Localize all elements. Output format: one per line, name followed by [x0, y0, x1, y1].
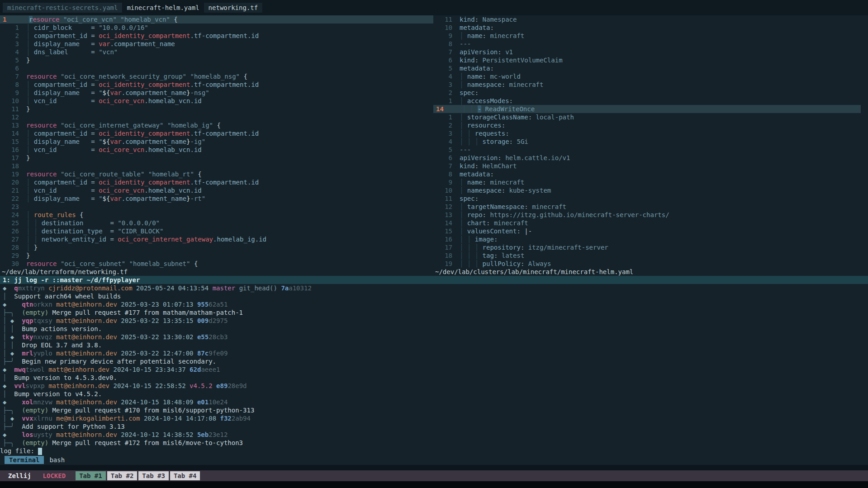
- text-segment: oci_core_vcn: [99, 187, 144, 194]
- code-line[interactable]: 1│ storageClassName: local-path: [433, 113, 861, 121]
- code-line[interactable]: 17}: [0, 154, 433, 162]
- code-line[interactable]: 8│ compartment_id = oci_identity_compart…: [0, 81, 433, 89]
- code-line[interactable]: 4│ │ │ storage: 5Gi: [433, 137, 861, 146]
- code-line[interactable]: 9│ name: minecraft: [433, 178, 861, 186]
- log-file-prompt[interactable]: log file:: [0, 447, 868, 455]
- code-line[interactable]: 23: [0, 203, 433, 211]
- code-line[interactable]: 15│ display_name = "${var.compartment_na…: [0, 137, 433, 146]
- text-segment: [14, 407, 22, 414]
- editor-pane-networking-tf[interactable]: 1resource "oci_core_vcn" "homelab_vcn" {…: [0, 15, 433, 276]
- buffer-tab-minecraft-helm.yaml[interactable]: minecraft-helm.yaml: [122, 3, 204, 13]
- code-line[interactable]: 18│ │ │ tag: latest: [433, 251, 861, 260]
- code-line[interactable]: 2│ compartment_id = oci_identity_compart…: [0, 32, 433, 40]
- code-line[interactable]: 7kind: HelmChart: [433, 162, 861, 170]
- code-line[interactable]: 11spec:: [433, 194, 861, 203]
- code-line[interactable]: 5}: [0, 56, 433, 64]
- code-line[interactable]: 18: [0, 162, 433, 170]
- code-line[interactable]: 9│ display_name = "${var.compartment_nam…: [0, 89, 433, 97]
- code-line[interactable]: 12│ targetNamespace: minecraft: [433, 203, 861, 211]
- code-line[interactable]: 7apiVersion: v1: [433, 48, 861, 56]
- code-line[interactable]: 8metadata:: [433, 170, 861, 178]
- indent-guide-icon: │: [460, 122, 467, 129]
- code-line[interactable]: 2spec:: [433, 89, 861, 97]
- code-line[interactable]: 6apiVersion: helm.cattle.io/v1: [433, 154, 861, 162]
- indent-guide-icon: │: [460, 187, 467, 194]
- code-line[interactable]: 25│ │ destination = "0.0.0.0/0": [0, 219, 433, 227]
- code-line[interactable]: 3│ │ requests:: [433, 129, 861, 137]
- code-line[interactable]: 10│ namespace: kube-system: [433, 186, 861, 194]
- code-line[interactable]: 2│ resources:: [433, 121, 861, 129]
- line-number: 10: [433, 24, 452, 32]
- code-line[interactable]: 4│ name: mc-world: [433, 72, 861, 81]
- code-line[interactable]: 19│ │ │ pullPolicy: Always: [433, 260, 861, 268]
- code-line[interactable]: 11}: [0, 105, 433, 113]
- zellij-tab-tab-4[interactable]: Tab #4: [170, 471, 200, 480]
- code-line[interactable]: 30resource "oci_core_subnet" "homelab_su…: [0, 260, 433, 268]
- text-segment: "0.0.0.0/0": [118, 219, 160, 227]
- code-line[interactable]: 16│ │ image:: [433, 235, 861, 243]
- code-line[interactable]: 9│ name: minecraft: [433, 32, 861, 40]
- indent-guide-icon: │: [470, 105, 478, 113]
- code-line[interactable]: 19resource "oci_core_route_table" "homel…: [0, 170, 433, 178]
- code-line[interactable]: 14│ │ - ReadWriteOnce: [433, 105, 861, 113]
- text-segment: =: [110, 236, 118, 243]
- zellij-tab-tab-3[interactable]: Tab #3: [138, 471, 169, 480]
- editor-pane-minecraft-helm-yaml[interactable]: 11kind: Namespace10metadata:9│ name: min…: [433, 15, 868, 276]
- code-line[interactable]: 1resource "oci_core_vcn" "homelab_vcn" {: [0, 15, 433, 24]
- code-line[interactable]: 3│ namespace: minecraft: [433, 81, 861, 89]
- line-text: │ │ requests:: [460, 129, 509, 137]
- text-segment: [57, 187, 91, 194]
- code-line[interactable]: 8---: [433, 40, 861, 48]
- line-number: 21: [0, 186, 19, 194]
- terminal-pane[interactable]: 1: jj log -r ::master ~/d/ffpyplayer ◆ q…: [0, 276, 868, 455]
- code-line[interactable]: 27│ │ network_entity_id = oci_core_inter…: [0, 235, 433, 243]
- zellij-tab-tab-1[interactable]: Tab #1: [76, 471, 106, 480]
- indent-guide-icon: │: [26, 146, 34, 153]
- line-number: 4: [433, 72, 452, 81]
- code-line[interactable]: 13resource "oci_core_internet_gateway" "…: [0, 121, 433, 129]
- code-line[interactable]: 14│ chart: minecraft: [433, 219, 861, 227]
- log-line: ◆ qtnorkxn matt@einhorn.dev 2025-03-23 0…: [0, 300, 868, 308]
- code-line[interactable]: 4│ dns_label = "vcn": [0, 48, 433, 56]
- code-line[interactable]: 17│ │ │ repository: itzg/minecraft-serve…: [433, 243, 861, 251]
- text-segment: -rt": [190, 195, 206, 202]
- line-text: resource "oci_core_internet_gateway" "ho…: [26, 121, 221, 129]
- code-line[interactable]: 11kind: Namespace: [433, 15, 861, 24]
- buffer-tab-minecraft-restic-secrets.yaml[interactable]: minecraft-restic-secrets.yaml: [3, 3, 122, 13]
- code-line[interactable]: 16│ vcn_id = oci_core_vcn.homelab_vcn.id: [0, 146, 433, 154]
- pane-tab-terminal[interactable]: Terminal: [5, 456, 44, 464]
- code-line[interactable]: 6kind: PersistentVolumeClaim: [433, 56, 861, 64]
- line-number: 1: [433, 97, 452, 105]
- code-line[interactable]: 28│ }: [0, 243, 433, 251]
- zellij-tab-tab-2[interactable]: Tab #2: [107, 471, 138, 480]
- code-line[interactable]: 20│ compartment_id = oci_identity_compar…: [0, 178, 433, 186]
- code-line[interactable]: 24│ route_rules {: [0, 211, 433, 219]
- code-line[interactable]: 15│ valuesContent: |-: [433, 227, 861, 235]
- code-line[interactable]: 10│ vcn_id = oci_core_vcn.homelab_vcn.id: [0, 97, 433, 105]
- code-line[interactable]: 1│ cidr_block = "10.0.0.0/16": [0, 24, 433, 32]
- code-line[interactable]: 5---: [433, 146, 861, 154]
- pane-tab-bash[interactable]: bash: [49, 456, 65, 464]
- code-line[interactable]: 21│ vcn_id = oci_core_vcn.homelab_vcn.id: [0, 186, 433, 194]
- code-line[interactable]: 5metadata:: [433, 64, 861, 72]
- code-line[interactable]: 12: [0, 113, 433, 121]
- code-line[interactable]: 22│ display_name = "${var.compartment_na…: [0, 194, 433, 203]
- buffer-tab-networking.tf[interactable]: networking.tf: [204, 3, 263, 13]
- text-segment: "vcn": [99, 48, 118, 56]
- code-line[interactable]: 14│ compartment_id = oci_identity_compar…: [0, 129, 433, 137]
- code-line[interactable]: 13│ repo: https://itzg.github.io/minecra…: [433, 211, 861, 219]
- code-line[interactable]: 7resource "oci_core_network_security_gro…: [0, 72, 433, 81]
- log-line: │ ◆ tkynxvqz matt@einhorn.dev 2025-03-22…: [0, 333, 868, 341]
- code-line[interactable]: 3│ display_name = var.compartment_name: [0, 40, 433, 48]
- code-line[interactable]: 29}: [0, 251, 433, 260]
- code-line[interactable]: 10metadata:: [433, 24, 861, 32]
- code-line[interactable]: 26│ │ destination_type = "CIDR_BLOCK": [0, 227, 433, 235]
- log-line: ◆ xolmnzvw matt@einhorn.dev 2024-10-15 1…: [0, 398, 868, 406]
- text-segment: oci_core_vcn: [99, 146, 144, 153]
- text-segment: minecraft: [490, 219, 528, 227]
- code-line[interactable]: 6: [0, 64, 433, 72]
- code-line[interactable]: 1│ accessModes:: [433, 97, 861, 105]
- text-segment: :: [490, 65, 493, 72]
- text-segment: Always: [524, 260, 551, 267]
- line-text: │ │ Bump actions version.: [3, 325, 102, 333]
